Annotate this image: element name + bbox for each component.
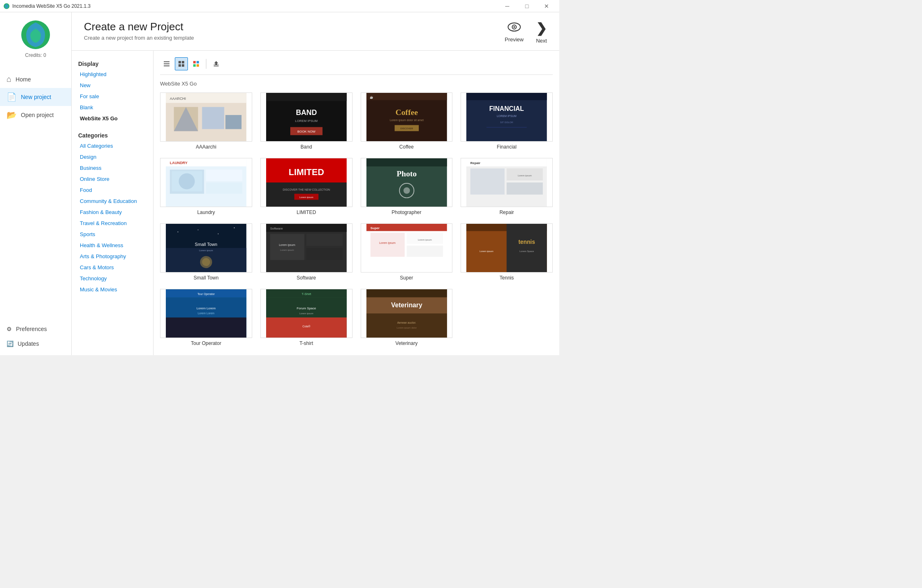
sidebar-item-new-project[interactable]: 📄 New project: [0, 88, 71, 106]
sidebar-item-home[interactable]: ⌂ Home: [0, 70, 71, 88]
template-thumb-band[interactable]: BAND LOREM IPSUM BOOK NOW: [260, 92, 353, 142]
template-item-tennis[interactable]: tennis Lorem Space Lorem ipsum Tennis: [461, 223, 553, 281]
coffee-preview: ☕ Coffee Lorem ipsum dolor sit amet DISC…: [361, 93, 452, 141]
template-name-veterinary: Veterinary: [395, 340, 418, 346]
template-thumb-small-town[interactable]: Small Town Lorem ipsum: [160, 223, 252, 273]
template-name-financial: Financial: [497, 144, 517, 150]
svg-rect-25: [226, 115, 242, 129]
svg-text:DISCOVER THE NEW COLLECTION: DISCOVER THE NEW COLLECTION: [283, 188, 330, 191]
tour-operator-preview: Tour Operator Lorem Lorem Lorem Lorem: [160, 289, 252, 338]
grid-view-icon: [178, 61, 185, 67]
main-split: Display Highlighted New For sale Blank W…: [72, 51, 559, 355]
sidebar-item-preferences[interactable]: ⚙ Preferences: [0, 322, 71, 336]
list-view-button[interactable]: [160, 57, 173, 70]
svg-rect-15: [197, 64, 199, 67]
left-item-arts-photography[interactable]: Arts & Photography: [72, 251, 153, 262]
new-project-icon: 📄: [7, 92, 17, 102]
template-item-veterinary[interactable]: Veterinary Aenean auctor. Lorem ipsum do…: [361, 289, 453, 346]
template-item-limited[interactable]: LIMITED DISCOVER THE NEW COLLECTION Lore…: [260, 158, 353, 215]
left-item-community-education[interactable]: Community & Education: [72, 196, 153, 207]
left-item-business[interactable]: Business: [72, 162, 153, 173]
sidebar-item-open-project[interactable]: 📂 Open project: [0, 106, 71, 124]
svg-rect-24: [202, 107, 224, 129]
template-name-aaaarchi: AAAarchi: [196, 144, 216, 150]
template-thumb-photographer[interactable]: Photo: [361, 158, 453, 207]
template-item-super[interactable]: Super Lorem ipsum Lorem ipsum Super: [361, 223, 453, 281]
color-view-button[interactable]: [190, 57, 203, 70]
page-title: Create a new Project: [84, 20, 194, 33]
sidebar-item-updates[interactable]: 🔄 Updates: [0, 336, 71, 351]
template-thumb-laundry[interactable]: LAUNDRY: [160, 158, 252, 207]
template-name-photographer: Photographer: [392, 210, 422, 215]
left-item-for-sale[interactable]: For sale: [72, 91, 153, 102]
template-item-band[interactable]: BAND LOREM IPSUM BOOK NOW Band: [260, 92, 353, 150]
sidebar-item-label: Home: [16, 76, 31, 83]
svg-rect-88: [306, 248, 343, 260]
page-header: Create a new Project Create a new projec…: [72, 12, 559, 51]
left-item-cars-motors[interactable]: Cars & Motors: [72, 262, 153, 273]
left-item-new[interactable]: New: [72, 80, 153, 91]
template-thumb-super[interactable]: Super Lorem ipsum Lorem ipsum: [361, 223, 453, 273]
svg-marker-18: [214, 61, 218, 65]
template-thumb-repair[interactable]: Repair Lorem ipsum: [461, 158, 553, 207]
band-preview: BAND LOREM IPSUM BOOK NOW: [261, 93, 352, 141]
template-item-coffee[interactable]: ☕ Coffee Lorem ipsum dolor sit amet DISC…: [361, 92, 453, 150]
next-button[interactable]: ❯ Next: [536, 20, 547, 44]
svg-text:Lorem Space: Lorem Space: [520, 250, 534, 252]
template-thumb-aaaarchi[interactable]: AAARCHI: [160, 92, 252, 142]
template-thumb-software[interactable]: Software Lorem ipsum Lorem ipsum: [260, 223, 353, 273]
left-item-technology[interactable]: Technology: [72, 273, 153, 284]
left-item-music-movies[interactable]: Music & Movies: [72, 284, 153, 295]
template-item-aaaarchi[interactable]: AAARCHI AAAarchi: [160, 92, 252, 150]
svg-rect-12: [193, 61, 196, 63]
left-item-fashion-beauty[interactable]: Fashion & Beauty: [72, 207, 153, 218]
template-thumb-t-shirt[interactable]: T-Shirt Forum Space Lorem ipsum Cola®: [260, 289, 353, 338]
left-item-website-x5-go[interactable]: WebSite X5 Go: [72, 113, 153, 124]
template-item-repair[interactable]: Repair Lorem ipsum Repair: [461, 158, 553, 215]
svg-rect-69: [507, 182, 543, 195]
financial-preview: FINANCIAL LOREM IPSUM SIT DOLOR: [461, 93, 552, 141]
export-button[interactable]: [210, 57, 223, 70]
left-item-health-wellness[interactable]: Health & Wellness: [72, 240, 153, 251]
left-item-design[interactable]: Design: [72, 151, 153, 162]
template-thumb-financial[interactable]: FINANCIAL LOREM IPSUM SIT DOLOR: [461, 92, 553, 142]
svg-rect-99: [507, 224, 547, 272]
svg-rect-33: [366, 93, 447, 100]
svg-rect-9: [182, 61, 184, 63]
maximize-button[interactable]: □: [517, 0, 536, 12]
left-item-online-store[interactable]: Online Store: [72, 173, 153, 185]
svg-text:Lorem ipsum: Lorem ipsum: [379, 241, 395, 245]
next-label: Next: [536, 38, 547, 44]
template-item-financial[interactable]: FINANCIAL LOREM IPSUM SIT DOLOR Financia…: [461, 92, 553, 150]
grid-view-button[interactable]: [175, 57, 188, 70]
sidebar-bottom: ⚙ Preferences 🔄 Updates: [0, 322, 71, 355]
template-item-laundry[interactable]: LAUNDRY Laundry: [160, 158, 252, 215]
titlebar-controls[interactable]: ─ □ ✕: [498, 0, 556, 12]
template-item-photographer[interactable]: Photo Photographer: [361, 158, 453, 215]
template-thumb-tour-operator[interactable]: Tour Operator Lorem Lorem Lorem Lorem: [160, 289, 252, 338]
left-item-highlighted[interactable]: Highlighted: [72, 69, 153, 80]
left-item-all-categories[interactable]: All Categories: [72, 140, 153, 151]
left-item-blank[interactable]: Blank: [72, 102, 153, 113]
preview-button[interactable]: Preview: [505, 22, 524, 43]
close-button[interactable]: ✕: [537, 0, 556, 12]
template-item-tour-operator[interactable]: Tour Operator Lorem Lorem Lorem Lorem To…: [160, 289, 252, 346]
svg-text:T-Shirt: T-Shirt: [302, 292, 312, 296]
left-item-travel-recreation[interactable]: Travel & Recreation: [72, 218, 153, 229]
minimize-button[interactable]: ─: [498, 0, 517, 12]
template-item-t-shirt[interactable]: T-Shirt Forum Space Lorem ipsum Cola® T-…: [260, 289, 353, 346]
template-thumb-tennis[interactable]: tennis Lorem Space Lorem ipsum: [461, 223, 553, 273]
template-thumb-coffee[interactable]: ☕ Coffee Lorem ipsum dolor sit amet DISC…: [361, 92, 453, 142]
svg-text:Cola®: Cola®: [303, 325, 310, 328]
left-item-sports[interactable]: Sports: [72, 229, 153, 240]
svg-text:LOREM IPSUM: LOREM IPSUM: [497, 115, 517, 117]
template-name-super: Super: [400, 275, 413, 281]
template-item-small-town[interactable]: Small Town Lorem ipsum Small Town: [160, 223, 252, 281]
svg-text:Coffee: Coffee: [395, 108, 418, 117]
template-item-software[interactable]: Software Lorem ipsum Lorem ipsum Softwar…: [260, 223, 353, 281]
svg-text:Lorem Lorem: Lorem Lorem: [197, 306, 216, 310]
template-thumb-limited[interactable]: LIMITED DISCOVER THE NEW COLLECTION Lore…: [260, 158, 353, 207]
left-item-food[interactable]: Food: [72, 185, 153, 196]
template-name-software: Software: [296, 275, 316, 281]
template-thumb-veterinary[interactable]: Veterinary Aenean auctor. Lorem ipsum do…: [361, 289, 453, 338]
